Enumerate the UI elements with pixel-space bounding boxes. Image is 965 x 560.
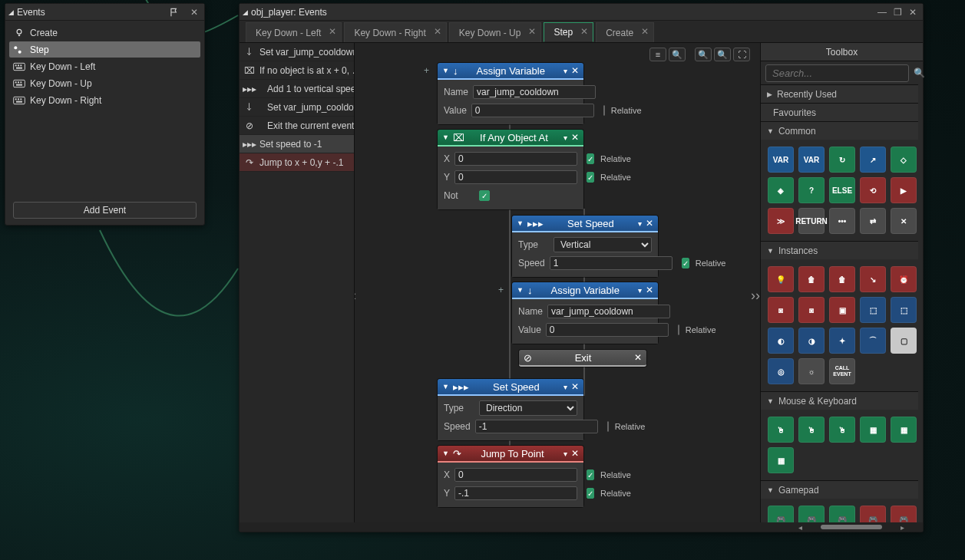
scroll-right-arrow-icon[interactable]: ▸ [901,523,904,532]
action-tile[interactable]: 🖱 [768,417,794,443]
action-row[interactable]: ⊘Exit the current event [240,117,354,135]
node-jump-to-point[interactable]: ▼↷Jump To Point▾✕ X✓Relative Y✓Relative [438,446,583,507]
action-row[interactable]: ⌧If no object is at x + 0, … [240,61,354,80]
value-input[interactable] [471,104,594,117]
action-row[interactable]: 🡓Set var_jump_cooldown [240,98,354,117]
main-titlebar[interactable]: ◢ obj_player: Events — ❐ ✕ [240,4,923,21]
action-tile[interactable]: ⇄ [860,208,886,234]
action-tile[interactable]: VAR [798,147,825,173]
action-tile[interactable]: 🎮 [891,506,917,522]
zoom-reset-icon[interactable]: 🔍 [695,48,712,61]
type-select[interactable]: Direction [479,400,577,416]
add-event-button[interactable]: Add Event [13,202,197,219]
fullscreen-icon[interactable]: ⛶ [733,48,750,61]
y-input[interactable] [454,486,577,500]
tab-key-left[interactable]: Key Down - Left✕ [246,22,342,42]
events-titlebar[interactable]: ◢ Events ✕ [5,4,204,21]
x-input[interactable] [454,152,577,166]
relative-checkbox[interactable] [678,324,679,335]
zoom-out-icon[interactable]: 🔍 [714,48,731,61]
action-tile[interactable]: ? [798,177,825,203]
action-tile[interactable]: ✕ [891,208,917,234]
close-node-icon[interactable]: ✕ [646,218,653,229]
tab-create[interactable]: Create✕ [596,22,654,42]
close-node-icon[interactable]: ✕ [571,132,579,143]
relative-checkbox[interactable]: ✓ [587,153,594,164]
action-tile[interactable]: ◐ [768,328,794,354]
x-input[interactable] [454,468,577,482]
action-tile[interactable]: CALL EVENT [829,358,855,384]
action-tile[interactable]: 🗑 [829,266,855,292]
action-tile[interactable]: ☼ [798,358,825,384]
action-tile[interactable]: ▦ [891,417,917,443]
action-tile[interactable]: ⌒ [860,328,886,354]
action-tile[interactable]: ⬚ [860,297,886,323]
search-icon[interactable]: 🔍 [914,68,925,78]
action-tile[interactable]: ↗ [860,147,886,173]
bottom-scrollbar[interactable]: ◂ ▸ [240,522,923,532]
name-input[interactable] [473,85,596,99]
node-assign-variable[interactable]: + ▼↓Assign Variable▾✕ Name ValueRelative [512,282,658,344]
y-input[interactable] [454,170,577,184]
close-tab-icon[interactable]: ✕ [641,26,649,37]
action-tile[interactable]: ••• [829,208,855,234]
action-tile[interactable]: 🎮 [860,506,886,522]
close-icon[interactable]: ✕ [906,7,920,18]
action-tile[interactable]: RETURN [798,208,825,234]
action-row[interactable]: ▸▸▸Set speed to -1 [240,135,354,153]
action-tile[interactable]: ◇ [891,147,917,173]
node-exit[interactable]: ⊘Exit✕ [519,350,646,367]
flag-icon[interactable] [169,7,180,18]
relative-checkbox[interactable]: ✓ [587,469,594,480]
action-tile[interactable]: ▣ [829,297,855,323]
event-item-create[interactable]: Create [9,25,200,41]
action-tile[interactable]: 🖱 [798,417,825,443]
list-view-icon[interactable]: ≡ [649,48,666,61]
zoom-in-icon[interactable]: 🔍 [669,48,686,61]
action-tile[interactable]: ◙ [798,297,825,323]
action-row[interactable]: 🡓Set var_jump_cooldown [240,43,354,61]
action-tile[interactable]: ◑ [798,328,825,354]
action-tile[interactable]: 🎮 [768,506,794,522]
close-tab-icon[interactable]: ✕ [329,26,336,37]
not-checkbox[interactable]: ✓ [479,190,490,201]
close-node-icon[interactable]: ✕ [646,285,653,295]
relative-checkbox[interactable]: ✓ [587,488,594,499]
action-tile[interactable]: ◈ [768,177,794,203]
close-tab-icon[interactable]: ✕ [434,26,441,37]
scroll-left-arrow-icon[interactable]: ◂ [798,523,802,532]
maximize-icon[interactable]: ❐ [891,7,904,18]
event-item-key-left[interactable]: Key Down - Left [9,58,200,74]
action-tile[interactable]: ↻ [829,147,855,173]
add-node-icon[interactable]: + [424,65,429,76]
event-item-key-right[interactable]: Key Down - Right [9,92,200,108]
add-node-icon[interactable]: + [498,285,504,295]
value-input[interactable] [546,323,669,337]
relative-checkbox[interactable] [607,421,609,432]
action-tile[interactable]: 🎮 [829,506,855,522]
relative-checkbox[interactable]: ✓ [587,172,594,183]
section-gamepad[interactable]: Gamepad [761,480,918,499]
action-tile[interactable]: 🖱 [829,417,855,443]
node-set-speed[interactable]: ▼▸▸▸Set Speed▾✕ TypeDirection SpeedRelat… [438,379,583,440]
close-node-icon[interactable]: ✕ [571,381,579,392]
action-tile[interactable]: ≫ [768,208,794,234]
action-tile[interactable]: ▶ [891,177,917,203]
action-tile[interactable]: 🎮 [798,506,825,522]
close-node-icon[interactable]: ✕ [634,352,642,363]
action-tile[interactable]: ▦ [768,447,794,473]
search-input[interactable] [765,64,909,82]
close-tab-icon[interactable]: ✕ [528,26,536,37]
action-tile[interactable]: ELSE [829,177,855,203]
action-row[interactable]: ▸▸▸Add 1 to vertical speed [240,80,354,98]
section-instances[interactable]: Instances [761,241,918,259]
section-mouse-keyboard[interactable]: Mouse & Keyboard [761,391,918,410]
name-input[interactable] [547,305,670,318]
tab-key-up[interactable]: Key Down - Up✕ [449,22,542,42]
event-item-step[interactable]: Step [9,41,200,58]
action-tile[interactable]: 💡 [768,266,794,292]
action-tile[interactable]: ↘ [860,266,886,292]
action-tile[interactable]: ⟲ [860,177,886,203]
action-row[interactable]: ↷Jump to x + 0,y + -.1 [240,153,354,172]
close-panel-icon[interactable]: ✕ [187,7,201,18]
